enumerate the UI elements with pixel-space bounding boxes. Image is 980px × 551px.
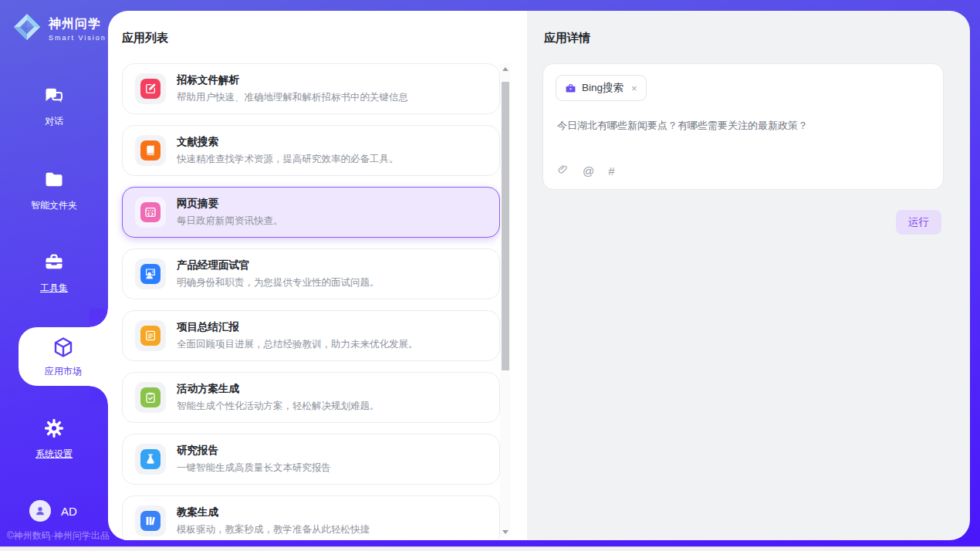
diamond-logo-icon bbox=[12, 12, 42, 46]
tool-tag-label: Bing搜索 bbox=[582, 81, 623, 95]
avatar bbox=[29, 500, 51, 522]
books-icon bbox=[140, 511, 161, 531]
brand-name: 神州问学 bbox=[49, 16, 106, 32]
app-detail-panel: 应用详情 Bing搜索 × 今日湖北有哪些新闻要点？有哪些需要关注的最新政策？ bbox=[527, 11, 970, 540]
app-description: 全面回顾项目进展，总结经验教训，助力未来优化发展。 bbox=[177, 338, 418, 351]
app-name: 网页摘要 bbox=[177, 197, 283, 211]
paperclip-icon[interactable] bbox=[557, 163, 569, 179]
scrollbar-thumb[interactable] bbox=[502, 82, 509, 370]
prompt-text[interactable]: 今日湖北有哪些新闻要点？有哪些需要关注的最新政策？ bbox=[557, 118, 929, 134]
app-icon-tile bbox=[135, 505, 166, 536]
content-area: 应用列表 招标文件解析 帮助用户快速、准确地理解和解析招标书中的关键信息 文献搜… bbox=[108, 11, 970, 540]
book-icon bbox=[140, 140, 161, 161]
app-card-texts: 招标文件解析 帮助用户快速、准确地理解和解析招标书中的关键信息 bbox=[177, 73, 408, 104]
app-card-literature-search[interactable]: 文献搜索 快速精准查找学术资源，提高研究效率的必备工具。 bbox=[122, 125, 500, 176]
app-card-texts: 项目总结汇报 全面回顾项目进展，总结经验教训，助力未来优化发展。 bbox=[177, 320, 418, 351]
app-description: 智能生成个性化活动方案，轻松解决规划难题。 bbox=[177, 400, 380, 413]
app-card-lesson-plan[interactable]: 教案生成 模板驱动，教案秒成，教学准备从此轻松快捷 bbox=[122, 495, 500, 540]
sidebar-item-label: 对话 bbox=[45, 115, 63, 128]
webpage-icon bbox=[140, 202, 161, 222]
app-card-texts: 网页摘要 每日政府新闻资讯快查。 bbox=[177, 197, 283, 228]
brand-subtitle: Smart Vision bbox=[49, 34, 106, 42]
sidebar-item-label: 系统设置 bbox=[35, 448, 73, 461]
app-description: 快速精准查找学术资源，提高研究效率的必备工具。 bbox=[177, 153, 399, 166]
app-description: 模板驱动，教案秒成，教学准备从此轻松快捷 bbox=[177, 523, 370, 536]
cube-icon bbox=[52, 336, 75, 362]
app-icon-tile bbox=[135, 259, 166, 289]
sidebar-item-smart-folder[interactable]: 智能文件夹 bbox=[0, 169, 108, 212]
mention-at-icon[interactable]: @ bbox=[583, 164, 594, 177]
note-icon bbox=[140, 326, 161, 346]
tool-tag-bing-search[interactable]: Bing搜索 × bbox=[556, 75, 647, 101]
scroll-down-icon[interactable] bbox=[500, 526, 510, 537]
clipboard-check-icon bbox=[140, 387, 161, 407]
app-card-web-summary[interactable]: 网页摘要 每日政府新闻资讯快查。 bbox=[122, 187, 500, 238]
pen-icon bbox=[140, 79, 161, 99]
app-detail-title: 应用详情 bbox=[544, 31, 590, 46]
app-list-scrollbar[interactable] bbox=[500, 63, 510, 537]
app-list-title: 应用列表 bbox=[122, 31, 168, 46]
app-name: 项目总结汇报 bbox=[177, 320, 418, 334]
app-description: 每日政府新闻资讯快查。 bbox=[177, 215, 283, 228]
app-name: 招标文件解析 bbox=[177, 73, 408, 87]
sidebar-item-toolset[interactable]: 工具集 bbox=[0, 252, 108, 295]
app-card-texts: 研究报告 一键智能生成高质量长文本研究报告 bbox=[177, 444, 331, 475]
app-card-project-summary[interactable]: 项目总结汇报 全面回顾项目进展，总结经验教训，助力未来优化发展。 bbox=[122, 310, 500, 361]
app-card-texts: 活动方案生成 智能生成个性化活动方案，轻松解决规划难题。 bbox=[177, 382, 380, 413]
tag-close-icon[interactable]: × bbox=[631, 83, 637, 94]
flask-icon bbox=[140, 449, 161, 469]
copyright-text: ©神州数码·神州问学出品 bbox=[7, 529, 110, 543]
app-icon-tile bbox=[135, 197, 166, 228]
app-name: 活动方案生成 bbox=[177, 382, 380, 396]
hashtag-icon[interactable]: # bbox=[608, 164, 614, 177]
sidebar-item-system-settings[interactable]: 系统设置 bbox=[0, 417, 108, 461]
composer-toolbar: @ # bbox=[557, 163, 615, 179]
brand-logo: 神州问学 Smart Vision bbox=[12, 12, 106, 46]
app-name: 产品经理面试官 bbox=[177, 259, 380, 272]
app-icon-tile bbox=[135, 320, 166, 351]
sidebar-item-label: 工具集 bbox=[40, 282, 68, 295]
interviewer-icon bbox=[140, 264, 161, 284]
sidebar-item-app-market[interactable]: 应用市场 bbox=[19, 327, 108, 386]
chat-icon bbox=[42, 85, 66, 110]
app-name: 教案生成 bbox=[177, 505, 370, 519]
app-card-texts: 教案生成 模板驱动，教案秒成，教学准备从此轻松快捷 bbox=[177, 505, 370, 536]
app-description: 帮助用户快速、准确地理解和解析招标书中的关键信息 bbox=[177, 91, 408, 104]
person-icon bbox=[34, 505, 46, 517]
app-card-bid-analysis[interactable]: 招标文件解析 帮助用户快速、准确地理解和解析招标书中的关键信息 bbox=[122, 63, 500, 114]
sidebar-item-label: 应用市场 bbox=[45, 365, 82, 378]
app-card-research-report[interactable]: 研究报告 一键智能生成高质量长文本研究报告 bbox=[122, 434, 500, 485]
app-card-pm-interviewer[interactable]: 产品经理面试官 明确身份和职责，为您提供专业性的面试问题。 bbox=[122, 248, 500, 299]
sidebar-item-chat[interactable]: 对话 bbox=[0, 85, 108, 128]
prompt-card: Bing搜索 × 今日湖北有哪些新闻要点？有哪些需要关注的最新政策？ @ # bbox=[542, 63, 944, 190]
app-icon-tile bbox=[135, 382, 166, 413]
sidebar: 神州问学 Smart Vision 对话 智能文件夹 工具集 应用市场 bbox=[0, 0, 108, 546]
app-name: 研究报告 bbox=[177, 444, 331, 458]
user-name: AD bbox=[61, 505, 77, 518]
app-description: 一键智能生成高质量长文本研究报告 bbox=[177, 461, 331, 475]
window-bottom-edge bbox=[0, 546, 980, 551]
app-name: 文献搜索 bbox=[177, 135, 399, 149]
app-list: 招标文件解析 帮助用户快速、准确地理解和解析招标书中的关键信息 文献搜索 快速精… bbox=[122, 63, 500, 540]
briefcase-icon bbox=[565, 83, 576, 94]
user-row[interactable]: AD bbox=[29, 500, 77, 522]
app-description: 明确身份和职责，为您提供专业性的面试问题。 bbox=[177, 276, 380, 289]
toolbox-icon bbox=[42, 252, 66, 276]
folder-icon bbox=[42, 169, 66, 194]
sidebar-item-label: 智能文件夹 bbox=[31, 199, 77, 212]
app-list-panel: 应用列表 招标文件解析 帮助用户快速、准确地理解和解析招标书中的关键信息 文献搜… bbox=[108, 11, 527, 540]
app-card-event-plan[interactable]: 活动方案生成 智能生成个性化活动方案，轻松解决规划难题。 bbox=[122, 372, 500, 423]
app-icon-tile bbox=[135, 73, 166, 104]
gear-icon bbox=[42, 417, 66, 442]
scroll-up-icon[interactable] bbox=[500, 63, 510, 74]
run-button[interactable]: 运行 bbox=[896, 210, 941, 235]
app-card-texts: 产品经理面试官 明确身份和职责，为您提供专业性的面试问题。 bbox=[177, 259, 380, 289]
app-icon-tile bbox=[135, 135, 166, 166]
app-icon-tile bbox=[135, 444, 166, 475]
app-card-texts: 文献搜索 快速精准查找学术资源，提高研究效率的必备工具。 bbox=[177, 135, 399, 166]
